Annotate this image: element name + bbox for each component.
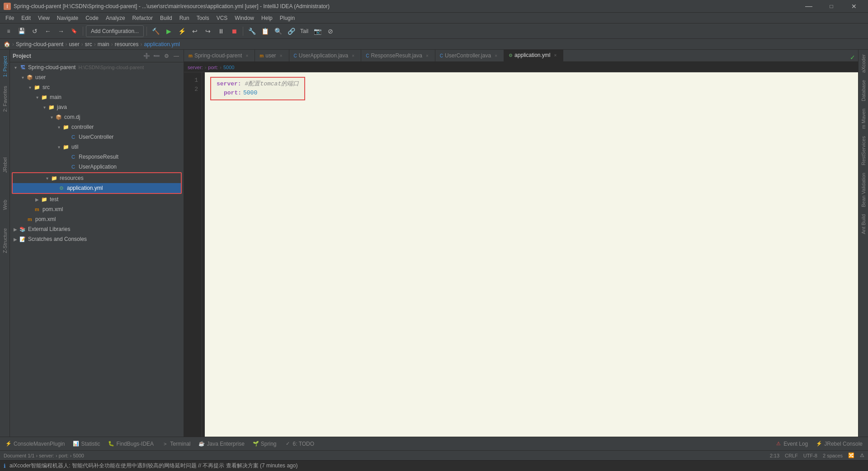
vtab-jrebel[interactable]: JRebel (1, 155, 9, 175)
tab-close-btn[interactable]: × (493, 52, 499, 59)
tab-close-btn[interactable]: × (424, 52, 430, 59)
vtab-favorites[interactable]: 2: Favorites (1, 83, 9, 114)
rvtab-database[interactable]: Database (860, 77, 867, 104)
toolbar-forward-btn[interactable]: → (55, 25, 67, 37)
btab-terminal[interactable]: > Terminal (158, 438, 194, 449)
vtab-web[interactable]: Web (1, 197, 9, 212)
breadcrumb-item-user[interactable]: user (69, 41, 79, 47)
tab-application-yml[interactable]: ⚙ application.yml × (504, 50, 563, 61)
toolbar-run-with-coverage-btn[interactable]: ↩ (189, 25, 201, 37)
editor-bc-port[interactable]: port: (208, 65, 218, 70)
tree-item-java[interactable]: ▾ 📁 java (10, 102, 184, 112)
sidebar-settings-btn[interactable]: ⚙ (162, 52, 171, 61)
toolbar-attach-btn[interactable]: 🔗 (285, 25, 297, 37)
tab-spring-cloud-parent[interactable]: m Spring-cloud-parent × (184, 50, 255, 61)
tab-close-btn[interactable]: × (350, 52, 356, 59)
sidebar-add-btn[interactable]: ➕ (142, 52, 151, 61)
breadcrumb-item-src[interactable]: src (85, 41, 92, 47)
btab-jrebel-console[interactable]: ⚡ JRebel Console (812, 438, 866, 449)
code-editor[interactable]: server: #配置tomcat的端口 port: 5000 (205, 72, 858, 437)
status-encoding[interactable]: UTF-8 (803, 453, 817, 458)
menu-vcs[interactable]: VCS (213, 14, 231, 22)
maximize-button[interactable]: □ (821, 0, 842, 13)
breadcrumb-item-spring-cloud-parent[interactable]: Spring-cloud-parent (16, 41, 63, 47)
tab-user[interactable]: m user × (255, 50, 289, 61)
tree-item-pom-xml-user[interactable]: m pom.xml (10, 204, 184, 214)
btab-console-maven[interactable]: ⚡ ConsoleMavenPlugin (2, 438, 68, 449)
toolbar-ui-btn[interactable]: 📋 (259, 25, 271, 37)
toolbar-tail-label[interactable]: Tail (298, 25, 310, 37)
tree-item-application-yml[interactable]: ⚙ application.yml (13, 183, 181, 193)
toolbar-bookmark-btn[interactable]: 🔖 (68, 25, 80, 37)
tab-close-btn[interactable]: × (244, 52, 250, 59)
rvtab-xcoder[interactable]: aXcoder (860, 52, 867, 75)
toolbar-back-btn[interactable]: ← (42, 25, 54, 37)
breadcrumb-item-application-yml[interactable]: application.yml (144, 41, 179, 47)
menu-file[interactable]: File (2, 14, 18, 22)
menu-build[interactable]: Build (156, 14, 176, 22)
tab-UserController[interactable]: C UserController.java × (435, 50, 504, 61)
tab-close-btn[interactable]: × (552, 52, 558, 58)
sidebar-collapse-btn[interactable]: ➖ (152, 52, 161, 61)
btab-event-log[interactable]: ⚠ Event Log (772, 438, 811, 449)
toolbar-search-btn[interactable]: 🔍 (272, 25, 284, 37)
tab-UserApplication[interactable]: C UserApplication.java × (289, 50, 362, 61)
toolbar-screenshot-btn[interactable]: 📷 (311, 25, 323, 37)
toolbar-settings-btn[interactable]: 🔧 (246, 25, 258, 37)
tree-item-controller[interactable]: ▾ 📁 controller (10, 122, 184, 132)
menu-code[interactable]: Code (82, 14, 102, 22)
tree-item-ResponseResult[interactable]: C ResponseResult (10, 152, 184, 162)
tree-item-spring-cloud-parent[interactable]: ▾ 🏗 Spring-cloud-parent H:\CSDN\Spring-c… (10, 62, 184, 72)
toolbar-run-btn[interactable]: ▶ (163, 25, 175, 37)
add-configuration-button[interactable]: Add Configuration... (86, 25, 144, 37)
rvtab-restservices[interactable]: RestServices (860, 133, 867, 168)
toolbar-no-sign-btn[interactable]: ⊘ (325, 25, 336, 37)
rvtab-maven[interactable]: m Maven (860, 106, 867, 132)
minimize-button[interactable]: — (798, 0, 819, 13)
tree-item-external-libraries[interactable]: ▶ 📚 External Libraries (10, 224, 184, 234)
status-crlf[interactable]: CRLF (785, 453, 798, 458)
menu-run[interactable]: Run (176, 14, 193, 22)
tree-item-pom-xml-root[interactable]: m pom.xml (10, 214, 184, 224)
toolbar-refresh-btn[interactable]: ↺ (29, 25, 41, 37)
vtab-structure[interactable]: Z-Structure (1, 226, 9, 256)
toolbar-project-icon[interactable]: ≡ (3, 25, 14, 37)
status-indent[interactable]: 2 spaces (823, 453, 843, 458)
menu-tools[interactable]: Tools (193, 14, 213, 22)
menu-help[interactable]: Help (258, 14, 276, 22)
btab-todo[interactable]: ✓ 6: TODO (281, 438, 318, 449)
vtab-project[interactable]: 1: Project (1, 53, 9, 80)
rvtab-bean-validation[interactable]: Bean Validation (860, 170, 867, 210)
menu-analyze[interactable]: Analyze (102, 14, 129, 22)
close-button[interactable]: ✕ (844, 0, 864, 13)
tab-ResponseResult[interactable]: C ResponseResult.java × (361, 50, 435, 61)
toolbar-save-btn[interactable]: 💾 (16, 25, 28, 37)
menu-window[interactable]: Window (231, 14, 258, 22)
btab-statistic[interactable]: 📊 Statistic (69, 438, 104, 449)
rvtab-ant-build[interactable]: Ant Build (860, 212, 867, 237)
tree-item-resources[interactable]: ▾ 📁 resources (13, 173, 181, 183)
toolbar-build-btn[interactable]: 🔨 (150, 25, 161, 37)
toolbar-stop-btn[interactable]: ⏹ (228, 25, 240, 37)
breadcrumb-item-main[interactable]: main (98, 41, 109, 47)
sidebar-hide-btn[interactable]: — (172, 52, 181, 61)
tree-item-test[interactable]: ▶ 📁 test (10, 194, 184, 204)
toolbar-pause-btn[interactable]: ⏸ (215, 25, 227, 37)
tree-item-UserController[interactable]: C UserController (10, 132, 184, 142)
menu-view[interactable]: View (34, 14, 53, 22)
toolbar-debug-btn[interactable]: ⚡ (176, 25, 188, 37)
tree-item-user[interactable]: ▾ 📦 user (10, 72, 184, 82)
btab-spring[interactable]: 🌱 Spring (249, 438, 280, 449)
tree-item-util[interactable]: ▾ 📁 util (10, 142, 184, 152)
btab-java-enterprise[interactable]: ☕ Java Enterprise (195, 438, 248, 449)
breadcrumb-item-resources[interactable]: resources (115, 41, 139, 47)
tree-item-com-dj[interactable]: ▾ 📦 com.dj (10, 112, 184, 122)
editor-bc-server[interactable]: server: (188, 65, 203, 70)
status-position[interactable]: 2:13 (770, 453, 779, 458)
tree-item-src[interactable]: ▾ 📁 src (10, 82, 184, 92)
menu-refactor[interactable]: Refactor (129, 14, 156, 22)
btab-findbugs[interactable]: 🐛 FindBugs-IDEA (104, 438, 157, 449)
menu-plugin[interactable]: Plugin (276, 14, 298, 22)
toolbar-profiler-btn[interactable]: ↪ (202, 25, 214, 37)
tab-close-btn[interactable]: × (278, 52, 284, 59)
